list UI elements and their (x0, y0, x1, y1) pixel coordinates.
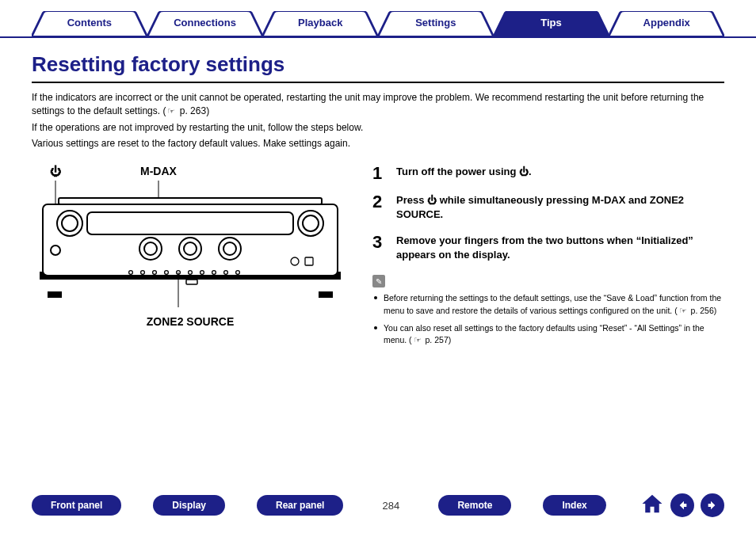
step-2-text: Press ⏻ while simultaneously pressing M-… (396, 193, 724, 222)
svg-rect-28 (305, 257, 313, 265)
step-2: 2 Press ⏻ while simultaneously pressing … (372, 193, 724, 222)
svg-point-15 (223, 242, 236, 255)
tab-tips-label: Tips (540, 17, 562, 29)
svg-point-11 (144, 242, 157, 255)
svg-point-26 (236, 271, 240, 275)
svg-point-17 (129, 271, 133, 275)
tab-tips[interactable]: Tips (494, 11, 609, 36)
top-tabs: Contents Connections Playback Settings T… (0, 0, 756, 38)
power-icon: ⏻ (519, 166, 529, 177)
step-1-num: 1 (372, 165, 385, 182)
tab-playback[interactable]: Playback (262, 11, 378, 36)
intro-p3: Various settings are reset to the factor… (32, 137, 724, 150)
title-rule (32, 82, 724, 83)
bottom-bar: Front panel Display Rear panel 284 Remot… (0, 492, 756, 519)
svg-rect-30 (48, 291, 62, 298)
svg-point-27 (291, 257, 299, 265)
remote-button[interactable]: Remote (438, 495, 511, 516)
tab-appendix-label: Appendix (643, 17, 690, 29)
tab-contents-label: Contents (67, 17, 112, 29)
step-2-num: 2 (372, 193, 385, 222)
main-content: Resetting factory settings If the indica… (0, 38, 756, 352)
diagram-label-mdax: M-DAX (79, 165, 238, 177)
svg-point-24 (212, 271, 216, 275)
svg-rect-5 (87, 212, 293, 234)
note-1-ref[interactable]: p. 256 (691, 306, 714, 315)
svg-point-7 (62, 215, 78, 231)
display-button[interactable]: Display (153, 495, 225, 516)
svg-point-20 (165, 271, 169, 275)
step-3-text: Remove your fingers from the two buttons… (396, 234, 724, 262)
step-1-text: Turn off the power using ⏻. (396, 165, 724, 182)
tab-contents[interactable]: Contents (32, 11, 147, 36)
rear-panel-button[interactable]: Rear panel (257, 495, 343, 516)
device-diagram: ⏻ M-DAX (32, 165, 349, 352)
svg-point-23 (200, 271, 204, 275)
hand-icon: ☞ (679, 305, 687, 318)
steps-column: 1 Turn off the power using ⏻. 2 Press ⏻ … (372, 165, 724, 352)
svg-point-13 (184, 242, 197, 255)
pencil-icon: ✎ (372, 275, 385, 287)
svg-point-19 (153, 271, 157, 275)
page-title: Resetting factory settings (32, 52, 724, 77)
hand-icon: ☞ (167, 105, 175, 117)
svg-rect-31 (319, 291, 333, 298)
tab-settings[interactable]: Settings (378, 11, 494, 36)
svg-rect-29 (186, 280, 197, 284)
intro-p2: If the operations are not improved by re… (32, 121, 724, 135)
index-button[interactable]: Index (543, 495, 605, 516)
power-icon: ⏻ (427, 195, 437, 206)
svg-point-25 (224, 271, 228, 275)
svg-point-9 (303, 215, 319, 231)
note-1: Before returning the settings to the def… (384, 292, 724, 317)
tab-playback-label: Playback (298, 17, 342, 29)
svg-point-16 (51, 246, 60, 255)
notes-section: ✎ Before returning the settings to the d… (372, 273, 724, 347)
front-panel-button[interactable]: Front panel (32, 495, 121, 516)
prev-page-button[interactable] (670, 493, 694, 517)
tab-settings-label: Settings (415, 17, 456, 29)
power-icon: ⏻ (50, 165, 61, 177)
hand-icon: ☞ (414, 334, 422, 347)
step-3: 3 Remove your fingers from the two butto… (372, 234, 724, 262)
intro-p1-a: If the indicators are incorrect or the u… (32, 92, 704, 116)
next-page-button[interactable] (701, 493, 724, 517)
intro-text: If the indicators are incorrect or the u… (32, 91, 724, 150)
tab-connections-label: Connections (174, 17, 236, 29)
svg-rect-4 (59, 198, 322, 204)
intro-p1-ref[interactable]: p. 263 (180, 105, 206, 116)
note-2-ref[interactable]: p. 257 (426, 335, 449, 345)
note-2: You can also reset all settings to the f… (384, 322, 724, 347)
svg-point-22 (189, 271, 193, 275)
tab-appendix[interactable]: Appendix (609, 11, 724, 36)
home-icon[interactable] (640, 492, 664, 519)
device-illustration (32, 181, 349, 307)
step-3-num: 3 (372, 234, 385, 262)
intro-p1-b: ) (206, 105, 209, 116)
step-1: 1 Turn off the power using ⏻. (372, 165, 724, 182)
tab-connections[interactable]: Connections (147, 11, 263, 36)
page-number: 284 (375, 500, 407, 512)
svg-point-18 (141, 271, 145, 275)
diagram-label-zone2: ZONE2 SOURCE (32, 315, 349, 328)
diagram-label-power: ⏻ (32, 165, 79, 177)
intro-p1: If the indicators are incorrect or the u… (32, 91, 724, 118)
